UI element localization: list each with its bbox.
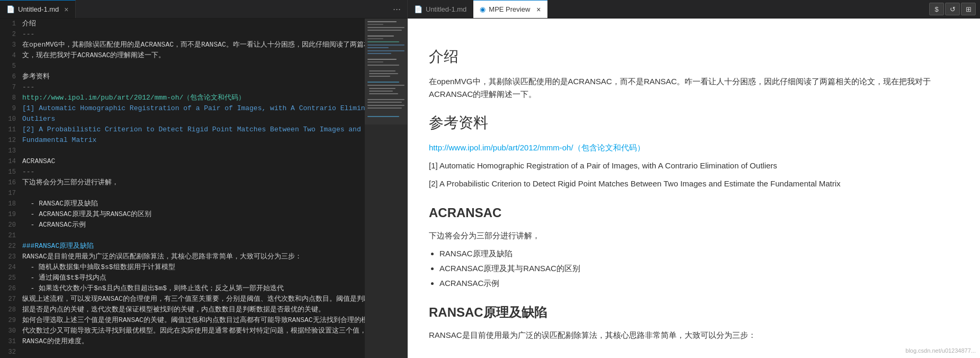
editor-line: 参考资料 <box>22 71 365 82</box>
line-number: 1 <box>0 19 16 29</box>
editor-line: RANSAC是目前使用最为广泛的误匹配剔除算法，其核心思路非常简单，大致可以分为… <box>22 252 365 262</box>
line-number: 5 <box>0 61 16 71</box>
minimap <box>365 19 407 358</box>
line-number: 25 <box>0 273 16 283</box>
line-number: 20 <box>0 220 16 230</box>
preview-ref2: [2] A Probabilistic Criterion to Detect … <box>429 177 959 190</box>
editor-line: - 通过阈值$t$寻找内点 <box>22 273 365 283</box>
preview-tab-label: MPE Preview <box>489 5 530 13</box>
preview-editor-tab-icon: 📄 <box>414 5 422 13</box>
preview-tab-bar: 📄 Untitled-1.md ◉ MPE Preview × $ ↺ ⊞ <box>408 0 980 19</box>
line-number: 32 <box>0 347 16 357</box>
dollar-button[interactable]: $ <box>929 3 944 15</box>
editor-line <box>22 347 365 357</box>
editor-line: Fundamental Matrix <box>22 135 365 146</box>
preview-ransac-text: RANSAC是目前使用最为广泛的误匹配剔除算法，其核心思路非常简单，大致可以分为… <box>429 329 959 342</box>
layout-button[interactable]: ⊞ <box>961 3 976 15</box>
editor-line: --- <box>22 167 365 177</box>
list-item: RANSAC原理及缺陷 <box>439 247 959 260</box>
preview-ref1: [1] Automatic Homographic Registration o… <box>429 159 959 172</box>
editor-line <box>22 146 365 156</box>
editor-line <box>22 188 365 199</box>
line-number: 30 <box>0 326 16 336</box>
line-number: 26 <box>0 283 16 294</box>
editor-line <box>22 61 365 71</box>
app-container: 📄 Untitled-1.md × ··· 123456789101112131… <box>0 0 980 358</box>
editor-line: - ACRANSAC示例 <box>22 220 365 230</box>
editor-line: 据是否是内点的关键，迭代次数是保证模型被找到的关键，内点数数目是判断数据是否最优… <box>22 305 365 315</box>
preview-acransac-title: ACRANSAC <box>429 203 959 223</box>
editor-pane: 📄 Untitled-1.md × ··· 123456789101112131… <box>0 0 408 358</box>
line-number: 27 <box>0 294 16 305</box>
editor-line: 代次数过少又可能导致无法寻找到最优模型。因此在实际使用是通常都要针对特定问题，根… <box>22 326 365 336</box>
line-number: 22 <box>0 241 16 252</box>
editor-tab-label: Untitled-1.md <box>18 5 59 13</box>
line-number: 2 <box>0 29 16 40</box>
preview-link-anchor[interactable]: http://www.ipol.im/pub/art/2012/mmm-oh/（… <box>429 143 645 152</box>
editor-line: ###RANSAC原理及缺陷 <box>22 241 365 252</box>
preview-ransac-title: RANSAC原理及缺陷 <box>429 302 959 323</box>
list-item: ACRANSAC示例 <box>439 277 959 290</box>
line-number: 24 <box>0 262 16 273</box>
editor-line: --- <box>22 82 365 93</box>
editor-line: - 随机从数据集中抽取$s$组数据用于计算模型 <box>22 262 365 273</box>
editor-line: - 如果迭代次数小于$n$且内点数目超出$m$，则终止迭代；反之从第一部开始迭代 <box>22 283 365 294</box>
editor-line: [1] Automatic Homographic Registration o… <box>22 103 365 114</box>
editor-tab-close[interactable]: × <box>64 5 68 14</box>
line-number: 21 <box>0 230 16 241</box>
editor-tab-bar: 📄 Untitled-1.md × ··· <box>0 0 407 19</box>
line-number: 31 <box>0 336 16 347</box>
md-file-icon: 📄 <box>6 5 15 13</box>
line-number: 14 <box>0 156 16 167</box>
line-number: 17 <box>0 188 16 199</box>
editor-line: RANSAC的使用难度。 <box>22 336 365 347</box>
editor-line: 文，现在把我对于ACRANSAC的理解阐述一下。 <box>22 50 365 61</box>
preview-tab-close[interactable]: × <box>536 5 541 14</box>
preview-acransac-intro: 下边将会分为三部分进行讲解， <box>429 229 959 242</box>
line-number: 29 <box>0 315 16 326</box>
editor-line: 在openMVG中，其剔除误匹配使用的是ACRANSAC，而不是RANSAC。咋… <box>22 40 365 50</box>
editor-line <box>22 230 365 241</box>
preview-refs-title: 参考资料 <box>429 111 959 135</box>
editor-content[interactable]: 介绍---在openMVG中，其剔除误匹配使用的是ACRANSAC，而不是RAN… <box>20 19 365 358</box>
preview-list: RANSAC原理及缺陷ACRANSAC原理及其与RANSAC的区别ACRANSA… <box>439 247 959 290</box>
line-number: 23 <box>0 252 16 262</box>
editor-tab[interactable]: 📄 Untitled-1.md × <box>0 0 76 18</box>
editor-line: --- <box>22 29 365 40</box>
line-number: 18 <box>0 199 16 209</box>
line-numbers: 1234567891011121314151617181920212223242… <box>0 19 20 358</box>
line-number: 4 <box>0 50 16 61</box>
editor-menu-icon[interactable]: ··· <box>386 4 407 15</box>
preview-pane: 📄 Untitled-1.md ◉ MPE Preview × $ ↺ ⊞ 介绍… <box>408 0 980 358</box>
editor-body: 1234567891011121314151617181920212223242… <box>0 19 407 358</box>
line-number: 19 <box>0 209 16 220</box>
line-number: 7 <box>0 82 16 93</box>
editor-line: ACRANSAC <box>22 156 365 167</box>
preview-intro: 在openMVG中，其剔除误匹配使用的是ACRANSAC，而不是RANSAC。咋… <box>429 75 959 101</box>
editor-line: 下边将会分为三部分进行讲解， <box>22 177 365 188</box>
editor-line: 如何合理选取上述三个值是使用RANSAC的关键。阈值过低和内点数目过高都有可能导… <box>22 315 365 326</box>
editor-line: Outliers <box>22 114 365 124</box>
line-number: 11 <box>0 124 16 135</box>
preview-editor-tab[interactable]: 📄 Untitled-1.md <box>408 0 473 18</box>
line-number: 6 <box>0 71 16 82</box>
editor-line: - ACRANSAC原理及其与RANSAC的区别 <box>22 209 365 220</box>
preview-title: 介绍 <box>429 45 959 69</box>
line-number: 28 <box>0 305 16 315</box>
preview-active-tab[interactable]: ◉ MPE Preview × <box>473 0 547 18</box>
line-number: 3 <box>0 40 16 50</box>
list-item: ACRANSAC原理及其与RANSAC的区别 <box>439 262 959 275</box>
editor-line: http://www.ipol.im/pub/art/2012/mmm-oh/（… <box>22 93 365 103</box>
preview-link[interactable]: http://www.ipol.im/pub/art/2012/mmm-oh/（… <box>429 141 959 154</box>
preview-editor-tab-label: Untitled-1.md <box>426 5 466 13</box>
editor-line: 纵观上述流程，可以发现RANSAC的合理使用，有三个值至关重要，分别是阈值、迭代… <box>22 294 365 305</box>
preview-controls: $ ↺ ⊞ <box>929 3 980 15</box>
editor-line: - RANSAC原理及缺陷 <box>22 199 365 209</box>
line-number: 16 <box>0 177 16 188</box>
refresh-button[interactable]: ↺ <box>945 3 960 15</box>
preview-body: 介绍 在openMVG中，其剔除误匹配使用的是ACRANSAC，而不是RANSA… <box>408 19 980 358</box>
line-number: 8 <box>0 93 16 103</box>
svg-rect-27 <box>365 19 407 124</box>
line-number: 15 <box>0 167 16 177</box>
line-number: 12 <box>0 135 16 146</box>
